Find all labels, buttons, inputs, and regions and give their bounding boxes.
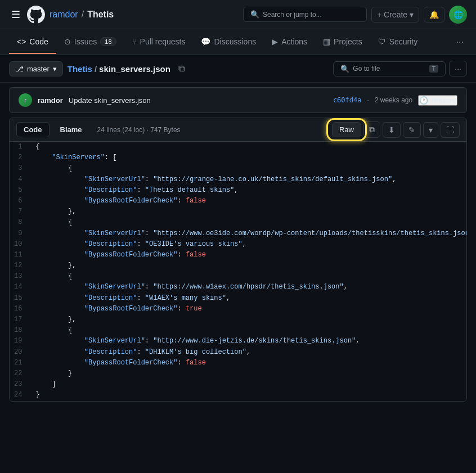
line-number: 12 [10, 260, 31, 271]
file-header: ⎇ master ▾ Thetis / skin_servers.json ⧉ … [0, 55, 476, 83]
table-row: 5 "Description": "Thetis default skins", [10, 185, 466, 196]
search-icon: 🔍 [340, 65, 349, 73]
tab-issues[interactable]: ⊙ Issues 18 [56, 30, 124, 54]
table-row: 17 }, [10, 314, 466, 325]
table-row: 6 "BypassRootFolderCheck": false [10, 196, 466, 206]
line-content: "Description": "OE3IDE's various skins", [31, 239, 466, 250]
line-content: "BypassRootFolderCheck": false [31, 250, 466, 260]
line-number: 13 [10, 271, 31, 282]
line-content: ] [31, 379, 466, 390]
search-box[interactable]: 🔍 Search or jump to... [243, 7, 367, 22]
edit-more-button[interactable]: ▾ [423, 122, 438, 138]
history-label: History [431, 96, 456, 105]
top-nav-right: 🔍 Search or jump to... + Create ▾ 🔔 🌐 [243, 6, 467, 24]
line-content: "BypassRootFolderCheck": false [31, 358, 466, 368]
repo-nav: <> Code ⊙ Issues 18 ⑂ Pull requests 💬 Di… [0, 29, 476, 55]
discussions-icon: 💬 [201, 37, 210, 46]
commit-time: 2 weeks ago [375, 96, 412, 104]
create-button[interactable]: + Create ▾ [371, 7, 419, 22]
more-tabs-button[interactable]: ··· [453, 34, 467, 51]
top-nav: ☰ ramdor / Thetis 🔍 Search or jump to...… [0, 0, 476, 29]
commit-sha[interactable]: c60fd4a [333, 96, 362, 104]
file-more-button[interactable]: ··· [449, 61, 467, 76]
line-content: { [31, 142, 466, 152]
line-number: 8 [10, 217, 31, 228]
download-button[interactable]: ⬇ [383, 122, 401, 138]
line-number: 4 [10, 174, 31, 185]
issues-badge: 18 [100, 37, 116, 46]
tab-projects-label: Projects [334, 37, 362, 46]
line-content: "SkinServerUrl": "https://www.oe3ide.com… [31, 228, 466, 239]
tab-discussions[interactable]: 💬 Discussions [193, 30, 264, 54]
line-number: 15 [10, 293, 31, 304]
fullscreen-button[interactable]: ⛶ [441, 122, 460, 138]
table-row: 19 "SkinServerUrl": "http://www.die-jetz… [10, 336, 466, 346]
table-row: 12 }, [10, 260, 466, 271]
path-slash: / [82, 10, 84, 20]
table-row: 22 } [10, 368, 466, 379]
history-button[interactable]: 🕐 History [418, 95, 457, 106]
breadcrumb-repo[interactable]: Thetis [68, 64, 92, 74]
line-number: 21 [10, 358, 31, 368]
goto-placeholder: Go to file [353, 65, 380, 73]
table-row: 24} [10, 390, 466, 400]
copy-raw-button[interactable]: ⧉ [363, 121, 380, 138]
avatar[interactable]: 🌐 [449, 6, 467, 24]
commit-message[interactable]: Update skin_servers.json [69, 96, 151, 105]
notifications-button[interactable]: 🔔 [424, 7, 444, 22]
table-row: 20 "Description": "DH1KLM's big collecti… [10, 347, 466, 358]
line-content: }, [31, 206, 466, 217]
line-content: "SkinServerUrl": "https://www.w1aex.com/… [31, 282, 466, 292]
table-row: 21 "BypassRootFolderCheck": false [10, 358, 466, 368]
repo-name[interactable]: Thetis [87, 10, 114, 20]
tab-actions-label: Actions [281, 37, 307, 46]
tab-code-view[interactable]: Code [16, 122, 50, 137]
repo-owner[interactable]: ramdor [50, 10, 78, 20]
line-content: "SkinServers": [ [31, 152, 466, 163]
tab-pr-label: Pull requests [140, 37, 186, 46]
tab-pull-requests[interactable]: ⑂ Pull requests [124, 30, 194, 54]
table-row: 2 "SkinServers": [ [10, 152, 466, 163]
copy-path-button[interactable]: ⧉ [175, 62, 188, 75]
table-row: 1{ [10, 142, 466, 152]
tab-projects[interactable]: ▦ Projects [315, 30, 370, 54]
tab-security-label: Security [389, 37, 418, 46]
line-number: 10 [10, 239, 31, 250]
tab-code[interactable]: <> Code [9, 30, 56, 54]
tab-security[interactable]: 🛡 Security [370, 30, 426, 54]
line-content: "SkinServerUrl": "http://www.die-jetzis.… [31, 336, 466, 346]
table-row: 16 "BypassRootFolderCheck": true [10, 304, 466, 314]
commit-user[interactable]: ramdor [38, 96, 63, 105]
breadcrumb-sep: / [95, 64, 97, 74]
branch-selector[interactable]: ⎇ master ▾ [9, 61, 63, 76]
line-content: } [31, 368, 466, 379]
raw-button[interactable]: Raw [332, 122, 361, 137]
table-row: 8 { [10, 217, 466, 228]
line-number: 23 [10, 379, 31, 390]
hamburger-button[interactable]: ☰ [9, 6, 23, 23]
table-row: 3 { [10, 163, 466, 174]
tab-actions[interactable]: ▶ Actions [264, 30, 315, 54]
tab-blame-view[interactable]: Blame [53, 122, 89, 137]
pr-icon: ⑂ [132, 37, 137, 46]
line-content: "SkinServerUrl": "https://grange-lane.co… [31, 174, 466, 185]
security-icon: 🛡 [378, 37, 386, 46]
code-toolbar: Code Blame 24 lines (24 loc) · 747 Bytes… [10, 118, 466, 142]
line-content: }, [31, 260, 466, 271]
edit-button[interactable]: ✎ [403, 122, 421, 138]
line-content: { [31, 217, 466, 228]
line-content: "Description": "W1AEX's many skins", [31, 293, 466, 304]
table-row: 11 "BypassRootFolderCheck": false [10, 250, 466, 260]
line-content: "BypassRootFolderCheck": true [31, 304, 466, 314]
table-row: 18 { [10, 325, 466, 336]
code-container: Code Blame 24 lines (24 loc) · 747 Bytes… [9, 118, 467, 402]
line-number: 16 [10, 304, 31, 314]
table-row: 13 { [10, 271, 466, 282]
line-number: 6 [10, 196, 31, 206]
commit-dot: · [367, 96, 369, 104]
goto-file-input[interactable]: 🔍 Go to file T [333, 61, 446, 76]
line-number: 9 [10, 228, 31, 239]
breadcrumb: Thetis / skin_servers.json [68, 64, 170, 74]
code-meta: 24 lines (24 loc) · 747 Bytes [97, 126, 181, 134]
chevron-down-icon: ▾ [410, 10, 414, 19]
